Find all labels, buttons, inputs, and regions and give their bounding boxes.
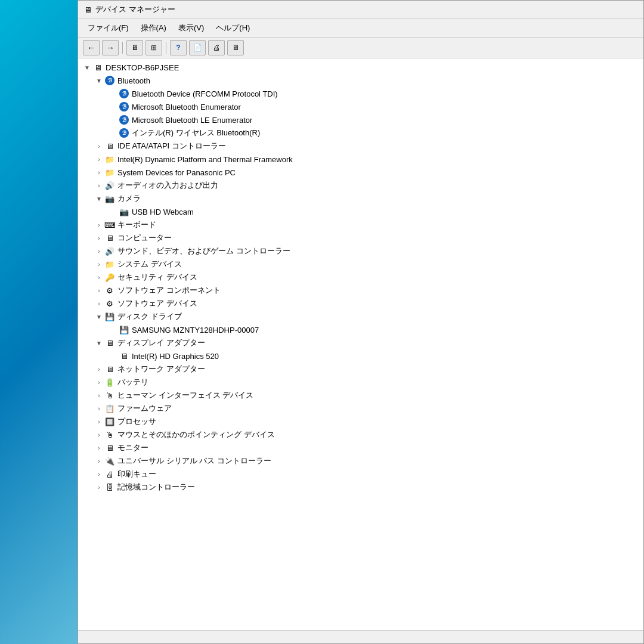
tree-node-security[interactable]: › 🔑 セキュリティ デバイス: [78, 271, 643, 284]
software-comp-label: ソフトウェア コンポーネント: [117, 285, 221, 296]
storage-label: 記憶域コントローラー: [117, 482, 195, 493]
tree-node-ide[interactable]: › 🖥 IDE ATA/ATAPI コントローラー: [78, 140, 643, 153]
tree-node-sysdev[interactable]: › 📁 システム デバイス: [78, 258, 643, 271]
tree-node-processor[interactable]: › 🔲 プロセッサ: [78, 415, 643, 428]
bt1-label: Bluetooth Device (RFCOMM Protocol TDI): [132, 89, 278, 98]
tree-node-keyboard[interactable]: › ⌨ キーボード: [78, 218, 643, 231]
sound-label: サウンド、ビデオ、およびゲーム コントローラー: [117, 246, 290, 256]
menu-help[interactable]: ヘルプ(H): [211, 21, 255, 35]
sound-icon: 🔊: [104, 246, 115, 256]
samsung-icon: 💾: [119, 324, 129, 335]
storage-icon: 🗄: [104, 482, 115, 493]
tree-node-storage[interactable]: › 🗄 記憶域コントローラー: [78, 481, 643, 494]
disk-icon: 💾: [104, 311, 115, 322]
tree-node-software-dev[interactable]: › ⚙ ソフトウェア デバイス: [78, 297, 643, 310]
firmware-label: ファームウェア: [117, 403, 172, 414]
computer-button[interactable]: 🖥: [126, 40, 143, 55]
sysdev-label: システム デバイス: [117, 259, 182, 270]
help-button[interactable]: ?: [170, 40, 187, 55]
software-comp-icon: ⚙: [104, 285, 115, 296]
monitor-label: モニター: [117, 442, 148, 453]
usb-label: ユニバーサル シリアル バス コントローラー: [117, 456, 271, 466]
computer-label: コンピューター: [117, 233, 172, 243]
panasonic-icon: 📁: [104, 167, 115, 178]
processor-label: プロセッサ: [117, 416, 156, 427]
tree-node-intel-thermal[interactable]: › 📁 Intel(R) Dynamic Platform and Therma…: [78, 153, 643, 166]
audio-io-icon: 🔊: [104, 180, 115, 191]
tree-node-audio-io[interactable]: › 🔊 オーディオの入力および出力: [78, 179, 643, 192]
properties-button[interactable]: ⊞: [145, 40, 162, 55]
tree-node-network[interactable]: › 🖥 ネットワーク アダプター: [78, 363, 643, 376]
bt3-icon: ℬ: [119, 114, 129, 125]
hid-icon: 🖱: [104, 390, 115, 401]
mouse-icon: 🖱: [104, 429, 115, 440]
menu-view[interactable]: 表示(V): [174, 21, 209, 35]
tree-node-bt1[interactable]: ℬ Bluetooth Device (RFCOMM Protocol TDI): [78, 87, 643, 100]
back-button[interactable]: ←: [83, 40, 100, 55]
mouse-label: マウスとそのほかのポインティング デバイス: [117, 429, 275, 440]
tree-node-display[interactable]: ▼ 🖥 ディスプレイ アダプター: [78, 336, 643, 349]
separator-1: [122, 42, 123, 54]
hid-label: ヒューマン インターフェイス デバイス: [117, 390, 253, 401]
tree-node-mouse[interactable]: › 🖱 マウスとそのほかのポインティング デバイス: [78, 428, 643, 441]
tree-node-print-queue[interactable]: › 🖨 印刷キュー: [78, 467, 643, 481]
print-queue-icon: 🖨: [104, 469, 115, 479]
tree-node-bt3[interactable]: ℬ Microsoft Bluetooth LE Enumerator: [78, 113, 643, 126]
window-title: デバイス マネージャー: [95, 4, 175, 15]
ide-icon: 🖥: [104, 141, 115, 151]
tree-node-camera[interactable]: ▼ 📷 カメラ: [78, 192, 643, 205]
monitor-button[interactable]: 🖥: [227, 40, 244, 55]
tree-node-samsung[interactable]: 💾 SAMSUNG MZNTY128HDHP-00007: [78, 323, 643, 336]
tree-node-hid[interactable]: › 🖱 ヒューマン インターフェイス デバイス: [78, 389, 643, 402]
tree-node-intel-gpu[interactable]: 🖥 Intel(R) HD Graphics 520: [78, 349, 643, 363]
processor-icon: 🔲: [104, 416, 115, 427]
monitor-icon: 🖥: [104, 442, 115, 453]
software-dev-label: ソフトウェア デバイス: [117, 298, 197, 309]
tree-node-bluetooth[interactable]: ▼ ℬ Bluetooth: [78, 74, 643, 87]
tree-node-monitor[interactable]: › 🖥 モニター: [78, 441, 643, 454]
bt4-icon: ℬ: [119, 128, 129, 138]
computer-sm-icon: 🖥: [104, 233, 115, 243]
forward-button[interactable]: →: [102, 40, 119, 55]
samsung-label: SAMSUNG MZNTY128HDHP-00007: [132, 326, 259, 335]
tree-node-root[interactable]: ▼ 🖥 DESKTOP-B6PJSEE: [78, 61, 643, 74]
tree-node-firmware[interactable]: › 📋 ファームウェア: [78, 402, 643, 415]
doc-button[interactable]: 📄: [189, 40, 206, 55]
bluetooth-label: Bluetooth: [117, 76, 150, 85]
tree-node-computer[interactable]: › 🖥 コンピューター: [78, 231, 643, 244]
tree-node-battery[interactable]: › 🔋 バッテリ: [78, 376, 643, 389]
tree-node-software-comp[interactable]: › ⚙ ソフトウェア コンポーネント: [78, 284, 643, 297]
device-manager-window: 🖥 デバイス マネージャー ファイル(F) 操作(A) 表示(V) ヘルプ(H)…: [78, 0, 644, 644]
title-bar-icon: 🖥: [84, 5, 92, 14]
print-button[interactable]: 🖨: [208, 40, 225, 55]
bt4-label: インテル(R) ワイヤレス Bluetooth(R): [132, 128, 260, 138]
menu-file[interactable]: ファイル(F): [83, 21, 134, 35]
usb-icon: 🔌: [104, 456, 115, 466]
keyboard-icon: ⌨: [104, 219, 115, 230]
battery-label: バッテリ: [117, 377, 148, 388]
tree-node-webcam[interactable]: 📷 USB HD Webcam: [78, 205, 643, 218]
bt2-icon: ℬ: [119, 101, 129, 112]
tree-node-disk[interactable]: ▼ 💾 ディスク ドライブ: [78, 310, 643, 323]
tree-node-sound[interactable]: › 🔊 サウンド、ビデオ、およびゲーム コントローラー: [78, 244, 643, 258]
menu-action[interactable]: 操作(A): [136, 21, 171, 35]
software-dev-icon: ⚙: [104, 298, 115, 309]
bt2-label: Microsoft Bluetooth Enumerator: [132, 103, 241, 112]
expand-root: ▼: [83, 63, 91, 72]
intel-gpu-label: Intel(R) HD Graphics 520: [132, 352, 219, 361]
sysdev-icon: 📁: [104, 259, 115, 270]
camera-label: カメラ: [117, 193, 141, 204]
webcam-label: USB HD Webcam: [132, 208, 194, 216]
tree-node-usb[interactable]: › 🔌 ユニバーサル シリアル バス コントローラー: [78, 454, 643, 467]
status-bar: [78, 630, 643, 643]
intel-thermal-icon: 📁: [104, 154, 115, 165]
tree-node-panasonic[interactable]: › 📁 System Devices for Panasonic PC: [78, 166, 643, 179]
print-queue-label: 印刷キュー: [117, 469, 156, 479]
intel-gpu-icon: 🖥: [119, 351, 129, 361]
tree-node-bt4[interactable]: ℬ インテル(R) ワイヤレス Bluetooth(R): [78, 126, 643, 140]
root-label: DESKTOP-B6PJSEE: [106, 63, 179, 72]
tree-node-bt2[interactable]: ℬ Microsoft Bluetooth Enumerator: [78, 100, 643, 113]
title-bar: 🖥 デバイス マネージャー: [78, 1, 643, 19]
computer-icon: 🖥: [92, 62, 103, 73]
display-label: ディスプレイ アダプター: [117, 338, 205, 348]
